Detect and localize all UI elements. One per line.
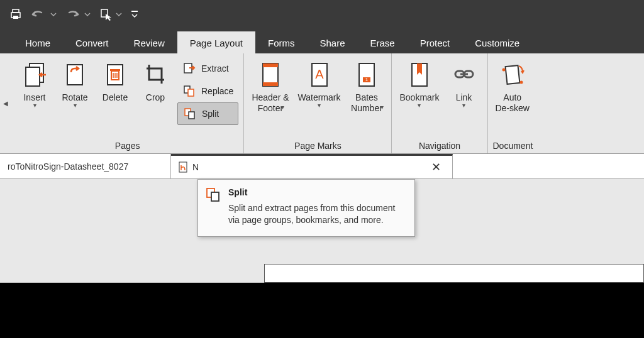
document-tab-strip: roToNitroSign-Datasheet_8027 N ✕ [0,154,644,179]
rotate-page-icon [62,61,87,89]
bates-icon: 1 [354,61,379,89]
tab-review[interactable]: Review [121,31,177,53]
tab-erase[interactable]: Erase [358,31,408,53]
ribbon: ◀ Insert ▾ Rotate ▾ [0,53,644,154]
dropdown-icon: ▾ [418,102,421,109]
tab-close-button[interactable]: ✕ [431,156,441,178]
group-page-marks-label: Page Marks [249,139,386,151]
document-tab-1-label: roToNitroSign-Datasheet_8027 [8,161,128,172]
select-tool-button[interactable] [99,0,122,28]
svg-point-32 [502,68,505,72]
watermark-icon: A [307,61,332,89]
link-button[interactable]: Link ▾ [446,57,482,109]
extract-button[interactable]: Extract [177,57,238,80]
dropdown-icon: ▾ [281,104,284,111]
tab-page-layout[interactable]: Page Layout [177,31,255,53]
rotate-button[interactable]: Rotate ▾ [57,57,93,109]
tab-share[interactable]: Share [307,31,357,53]
bottom-bar [0,283,644,338]
svg-text:1: 1 [365,77,368,82]
insert-button[interactable]: Insert ▾ [16,57,53,109]
ribbon-tabs: Home Convert Review Page Layout Forms Sh… [0,28,644,53]
svg-rect-16 [188,89,194,96]
deskew-label: Auto De-skew [496,92,530,114]
replace-label: Replace [201,86,233,96]
split-button[interactable]: Split [177,102,238,125]
svg-rect-10 [110,69,120,71]
delete-page-icon [103,61,128,89]
bookmark-button[interactable]: Bookmark ▾ [397,57,441,109]
bates-label: Bates Number [351,92,382,114]
svg-rect-6 [26,67,40,86]
ribbon-scroll-left[interactable]: ◀ [0,53,11,153]
split-tooltip: Split Split and extract pages from this … [197,179,415,237]
document-tab-2[interactable]: N ✕ [171,154,453,178]
svg-rect-21 [263,82,278,86]
split-label: Split [202,109,219,119]
split-icon [183,107,197,121]
tooltip-description: Split and extract pages from this docume… [228,202,406,226]
crop-button[interactable]: Crop [137,57,174,103]
quick-access-toolbar [0,0,644,28]
tab-protect[interactable]: Protect [408,31,463,53]
svg-text:A: A [315,67,324,81]
delete-button[interactable]: Delete [97,57,133,103]
group-document: Auto De-skew Document [488,53,538,153]
dropdown-icon: ▾ [380,104,384,111]
insert-pages-icon [21,61,48,89]
tab-home[interactable]: Home [13,31,63,53]
svg-rect-24 [359,63,374,86]
dropdown-icon: ▾ [318,102,321,109]
qat-customize-button[interactable] [131,0,138,28]
replace-button[interactable]: Replace [177,80,238,102]
crop-icon [143,61,168,89]
dropdown-icon: ▾ [74,102,77,109]
group-pages-label: Pages [16,139,238,151]
pdf-file-icon [179,161,189,173]
redo-button[interactable] [65,0,91,28]
undo-button[interactable] [31,0,57,28]
document-tab-2-label: N [192,162,199,172]
svg-point-33 [519,81,523,84]
replace-icon [182,84,196,98]
extract-label: Extract [201,63,229,74]
group-navigation: Bookmark ▾ Link ▾ Navigation [392,53,487,153]
group-document-label: Document [493,139,533,151]
extract-icon [182,62,196,75]
dropdown-icon: ▾ [33,102,36,109]
svg-rect-4 [131,11,138,12]
svg-rect-31 [505,65,519,84]
tab-forms[interactable]: Forms [255,31,308,53]
document-tab-1[interactable]: roToNitroSign-Datasheet_8027 [0,154,171,178]
split-tooltip-icon [206,187,221,202]
dropdown-icon: ▾ [462,102,465,109]
group-pages: Insert ▾ Rotate ▾ Delete [11,53,244,153]
bates-number-button[interactable]: 1 Bates Number ▾ [347,57,386,111]
header-footer-icon [258,61,283,89]
tooltip-title: Split [228,187,406,197]
tab-convert[interactable]: Convert [63,31,121,53]
group-page-marks: Header & Footer ▾ A Watermark ▾ 1 Bates … [244,53,392,153]
svg-rect-2 [13,16,18,19]
bookmark-icon [407,61,432,89]
print-button[interactable] [9,0,23,28]
auto-deskew-button[interactable]: Auto De-skew [493,57,532,114]
crop-label: Crop [146,92,165,103]
document-canvas[interactable] [264,264,644,283]
group-navigation-label: Navigation [397,139,482,151]
svg-rect-1 [13,9,19,13]
deskew-icon [499,61,526,89]
svg-rect-20 [263,63,278,67]
svg-rect-18 [189,112,194,119]
link-icon [452,61,477,89]
header-footer-button[interactable]: Header & Footer ▾ [249,57,291,111]
watermark-button[interactable]: A Watermark ▾ [296,57,343,109]
tab-customize[interactable]: Customize [462,31,532,53]
delete-label: Delete [103,92,128,103]
svg-rect-36 [211,192,219,201]
